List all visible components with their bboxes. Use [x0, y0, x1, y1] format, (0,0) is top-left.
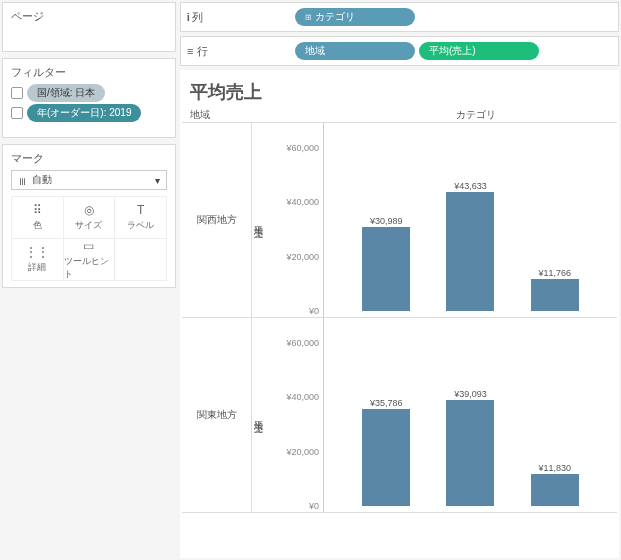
mark-icon: T	[134, 203, 148, 217]
filter-pill[interactable]: 年(オーダー日): 2019	[11, 104, 167, 122]
marks-title: マーク	[11, 151, 167, 166]
mark-icon: ▭	[82, 239, 96, 253]
mark-card-色[interactable]: ⠿色	[12, 197, 64, 239]
mark-card-empty	[115, 239, 167, 281]
y-tick: ¥40,000	[286, 197, 319, 207]
marks-type-dropdown[interactable]: ⫼ 自動 ▾	[11, 170, 167, 190]
pages-shelf[interactable]: ページ	[2, 2, 176, 52]
bar[interactable]: ¥11,766	[527, 268, 582, 311]
rows-shelf-label: 行	[197, 44, 208, 59]
filter-pill-label: 年(オーダー日): 2019	[27, 104, 141, 122]
mark-label: サイズ	[75, 219, 102, 232]
column-pill[interactable]: ⊞カテゴリ	[295, 8, 415, 26]
y-tick: ¥60,000	[286, 338, 319, 348]
header-category: カテゴリ	[360, 108, 591, 122]
mark-label: ツールヒント	[64, 255, 115, 281]
y-tick: ¥0	[309, 501, 319, 511]
y-axis-label: 平均 売上	[252, 414, 265, 417]
bars-area: ¥35,786¥39,093¥11,830	[324, 318, 617, 512]
bar[interactable]: ¥39,093	[443, 389, 498, 506]
field-icon	[11, 87, 23, 99]
mark-icon: ⋮⋮	[30, 245, 44, 259]
bar-rect	[446, 192, 494, 311]
bars-area: ¥30,989¥43,633¥11,766	[324, 123, 617, 317]
mark-card-詳細[interactable]: ⋮⋮詳細	[12, 239, 64, 281]
y-tick: ¥60,000	[286, 143, 319, 153]
columns-icon: iii	[187, 12, 188, 23]
marks-card[interactable]: マーク ⫼ 自動 ▾ ⠿色◎サイズTラベル⋮⋮詳細▭ツールヒント	[2, 144, 176, 288]
bar-rect	[531, 474, 579, 506]
y-ticks: ¥0¥20,000¥40,000¥60,000	[264, 123, 324, 317]
mark-label: 色	[33, 219, 42, 232]
row-pill[interactable]: 平均(売上)	[419, 42, 539, 60]
viz-title: 平均売上	[180, 70, 619, 108]
bar-value-label: ¥35,786	[370, 398, 403, 408]
mark-icon: ⠿	[30, 203, 44, 217]
bar-rect	[362, 227, 410, 311]
region-label: 関東地方	[182, 318, 252, 512]
y-tick: ¥20,000	[286, 447, 319, 457]
mark-card-ツールヒント[interactable]: ▭ツールヒント	[64, 239, 116, 281]
bar[interactable]: ¥43,633	[443, 181, 498, 311]
header-region: 地域	[190, 108, 260, 122]
rows-icon: ≡	[187, 45, 193, 57]
bar-value-label: ¥30,989	[370, 216, 403, 226]
chart-scroll[interactable]: 関西地方平均 売上¥0¥20,000¥40,000¥60,000¥30,989¥…	[182, 122, 617, 558]
bar[interactable]: ¥11,830	[527, 463, 582, 506]
rows-shelf[interactable]: ≡ 行 地域平均(売上)	[180, 36, 619, 66]
bar-value-label: ¥39,093	[454, 389, 487, 399]
bar-rect	[362, 409, 410, 506]
bar-value-label: ¥11,766	[539, 268, 572, 278]
field-type-icon: ⊞	[305, 13, 312, 22]
chart-row: 関西地方平均 売上¥0¥20,000¥40,000¥60,000¥30,989¥…	[182, 123, 617, 318]
region-label: 関西地方	[182, 123, 252, 317]
marks-type-label: 自動	[32, 173, 52, 187]
bar-rect	[446, 400, 494, 506]
viz-area: 平均売上 地域 カテゴリ 関西地方平均 売上¥0¥20,000¥40,000¥6…	[180, 70, 619, 558]
y-tick: ¥20,000	[286, 252, 319, 262]
row-pill[interactable]: 地域	[295, 42, 415, 60]
columns-shelf-label: 列	[192, 10, 203, 25]
field-icon	[11, 107, 23, 119]
chart-row: 関東地方平均 売上¥0¥20,000¥40,000¥60,000¥35,786¥…	[182, 318, 617, 513]
bar-chart-icon: ⫼	[18, 175, 28, 186]
bar[interactable]: ¥35,786	[359, 398, 414, 506]
chevron-down-icon: ▾	[155, 175, 160, 186]
columns-shelf[interactable]: iii 列 ⊞カテゴリ	[180, 2, 619, 32]
bar-value-label: ¥11,830	[539, 463, 572, 473]
pill-label: カテゴリ	[315, 11, 355, 22]
y-tick: ¥40,000	[286, 392, 319, 402]
mark-label: ラベル	[127, 219, 154, 232]
y-axis-label: 平均 売上	[252, 219, 265, 222]
pages-title: ページ	[11, 9, 167, 24]
y-tick: ¥0	[309, 306, 319, 316]
mark-label: 詳細	[28, 261, 46, 274]
mark-icon: ◎	[82, 203, 96, 217]
filters-title: フィルター	[11, 65, 167, 80]
bar-value-label: ¥43,633	[454, 181, 487, 191]
bar[interactable]: ¥30,989	[359, 216, 414, 311]
y-ticks: ¥0¥20,000¥40,000¥60,000	[264, 318, 324, 512]
filters-shelf[interactable]: フィルター 国/領域: 日本年(オーダー日): 2019	[2, 58, 176, 138]
mark-card-ラベル[interactable]: Tラベル	[115, 197, 167, 239]
mark-card-サイズ[interactable]: ◎サイズ	[64, 197, 116, 239]
filter-pill-label: 国/領域: 日本	[27, 84, 105, 102]
bar-rect	[531, 279, 579, 311]
filter-pill[interactable]: 国/領域: 日本	[11, 84, 167, 102]
